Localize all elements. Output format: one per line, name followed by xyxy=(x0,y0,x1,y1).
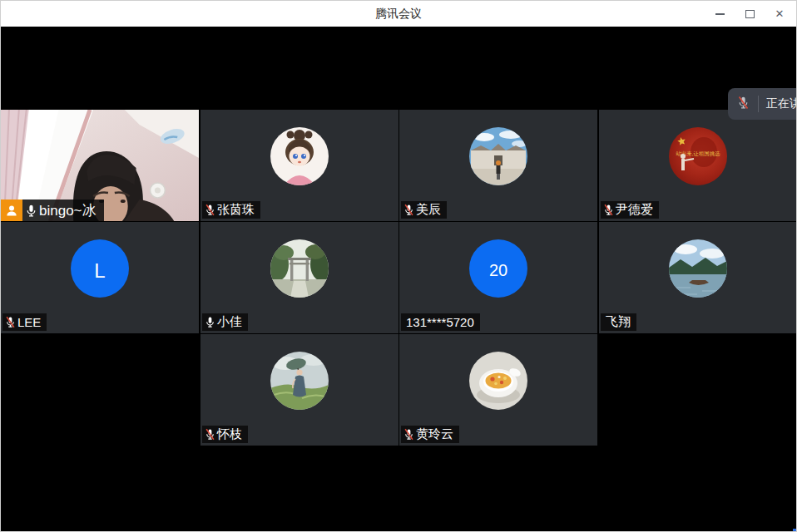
participant-avatar xyxy=(399,352,597,410)
participant-avatar: 20 xyxy=(399,239,597,298)
participant-name: 尹德爱 xyxy=(616,202,653,218)
avatar-lake-photo xyxy=(669,239,727,298)
avatar-cartoon-girl xyxy=(270,127,329,185)
participant-label: 尹德爱 xyxy=(601,201,659,219)
badge-divider xyxy=(758,96,759,112)
window-controls: ✕ xyxy=(705,1,795,27)
mic-muted-icon xyxy=(403,203,415,217)
mic-muted-icon xyxy=(204,203,216,217)
svg-text:L: L xyxy=(94,259,105,282)
participant-label: 怀枝 xyxy=(202,426,248,443)
participant-avatar xyxy=(200,239,398,298)
mic-on-icon xyxy=(204,315,216,329)
participant-name: 小佳 xyxy=(217,314,242,330)
participant-tile[interactable]: 怀枝 xyxy=(200,334,398,446)
participant-avatar xyxy=(200,127,398,185)
mic-muted-icon xyxy=(204,427,216,441)
avatar-red-poster: 站出来,让祖国挑选 xyxy=(669,127,727,185)
mic-muted-icon xyxy=(602,203,615,217)
participant-name: 131****5720 xyxy=(406,315,474,329)
close-button[interactable]: ✕ xyxy=(765,1,795,27)
participant-tile[interactable]: 张茵珠 xyxy=(200,110,398,221)
maximize-button[interactable] xyxy=(735,1,765,27)
host-person-icon xyxy=(4,203,19,218)
participant-tile[interactable]: 站出来,让祖国挑选尹德爱 xyxy=(599,110,797,221)
participant-label: 小佳 xyxy=(202,313,248,331)
participant-label: 飞翔 xyxy=(601,313,636,331)
participant-label: 黄玲云 xyxy=(401,426,459,443)
mic-muted-icon xyxy=(4,315,17,329)
meeting-stage: bingo~冰张茵珠美辰站出来,让祖国挑选尹德爱LLEE小佳20131****5… xyxy=(1,27,796,531)
participant-name: 怀枝 xyxy=(217,426,242,442)
participant-tile[interactable]: 黄玲云 xyxy=(399,334,597,446)
participant-avatar xyxy=(200,352,398,410)
mic-on-icon xyxy=(24,203,38,219)
host-badge-icon xyxy=(1,200,22,221)
avatar-gate-photo xyxy=(270,239,329,298)
window-title: 腾讯会议 xyxy=(375,7,422,22)
participant-tile[interactable]: bingo~冰 xyxy=(1,110,199,221)
meeting-window: 腾讯会议 ✕ bingo~冰张茵珠美辰站出来,让祖国挑选尹德爱LLEE小佳201… xyxy=(0,0,797,532)
participant-label: bingo~冰 xyxy=(1,200,104,221)
mic-muted-icon xyxy=(403,427,415,441)
participant-label: 美辰 xyxy=(401,201,447,219)
participant-name: 黄玲云 xyxy=(416,426,453,442)
participant-tile[interactable]: 20131****5720 xyxy=(399,222,597,333)
avatar-food-photo xyxy=(469,352,527,410)
minimize-icon xyxy=(715,13,725,15)
participant-avatar xyxy=(399,127,597,185)
speaking-indicator-text: 正在讲话 xyxy=(766,96,797,111)
avatar-initial: L xyxy=(71,239,129,298)
participant-tile[interactable]: 小佳 xyxy=(200,222,398,333)
participant-name: 美辰 xyxy=(416,202,441,218)
title-bar[interactable]: 腾讯会议 ✕ xyxy=(1,1,796,27)
avatar-initial: 20 xyxy=(469,239,527,298)
window-resize-corner[interactable] xyxy=(793,529,796,531)
participant-avatar: L xyxy=(1,239,199,298)
avatar-painting xyxy=(270,352,329,410)
maximize-icon xyxy=(745,10,755,18)
participant-name: 张茵珠 xyxy=(217,202,255,218)
participant-tile[interactable]: LLEE xyxy=(1,222,199,333)
participant-tile[interactable]: 美辰 xyxy=(399,110,597,221)
participant-name: 飞翔 xyxy=(606,314,631,330)
participant-name: LEE xyxy=(17,315,41,329)
avatar-building-photo xyxy=(469,127,527,185)
participant-name: bingo~冰 xyxy=(39,201,97,220)
participant-avatar xyxy=(599,239,797,298)
svg-text:20: 20 xyxy=(489,261,507,279)
mic-muted-icon xyxy=(736,95,750,111)
participant-label: 张茵珠 xyxy=(202,201,260,219)
mic-muted-icon xyxy=(736,95,750,114)
participant-avatar: 站出来,让祖国挑选 xyxy=(599,127,797,185)
close-icon: ✕ xyxy=(775,8,785,19)
participant-tile[interactable]: 飞翔 xyxy=(599,222,797,333)
participant-label: LEE xyxy=(2,313,47,331)
participant-grid: bingo~冰张茵珠美辰站出来,让祖国挑选尹德爱LLEE小佳20131****5… xyxy=(1,110,796,446)
minimize-button[interactable] xyxy=(705,1,735,27)
participant-label: 131****5720 xyxy=(401,313,480,331)
speaking-indicator[interactable]: 正在讲话 xyxy=(728,88,797,120)
